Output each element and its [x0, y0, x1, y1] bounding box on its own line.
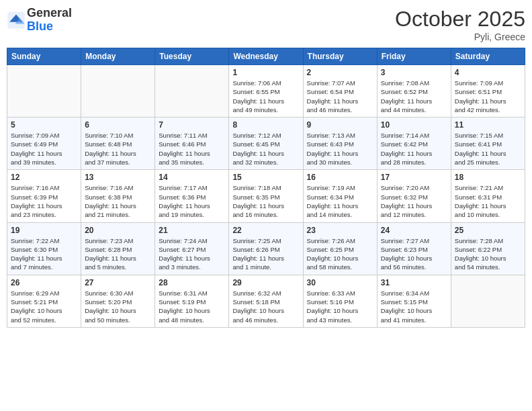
day-info: Sunrise: 6:34 AMSunset: 5:15 PMDaylight:… [381, 289, 447, 324]
day-number: 12 [11, 173, 77, 182]
logo-text: General Blue [27, 7, 72, 34]
day-number: 5 [11, 120, 77, 130]
day-number: 10 [381, 120, 447, 130]
day-info: Sunrise: 7:16 AMSunset: 6:39 PMDaylight:… [11, 183, 77, 219]
day-info: Sunrise: 7:11 AMSunset: 6:46 PMDaylight:… [159, 131, 225, 167]
table-row: 6Sunrise: 7:10 AMSunset: 6:48 PMDaylight… [81, 118, 155, 170]
header: General Blue October 2025 Pyli, Greece [7, 7, 525, 42]
calendar-week-row: 26Sunrise: 6:29 AMSunset: 5:21 PMDayligh… [7, 275, 525, 327]
day-info: Sunrise: 7:14 AMSunset: 6:42 PMDaylight:… [381, 131, 447, 167]
day-number: 6 [85, 120, 151, 130]
table-row: 2Sunrise: 7:07 AMSunset: 6:54 PMDaylight… [303, 65, 377, 118]
day-number: 13 [85, 173, 151, 182]
day-number: 26 [11, 278, 77, 287]
table-row: 25Sunrise: 7:28 AMSunset: 6:22 PMDayligh… [451, 222, 525, 275]
day-info: Sunrise: 7:25 AMSunset: 6:26 PMDaylight:… [232, 236, 299, 272]
day-info: Sunrise: 6:31 AMSunset: 5:19 PMDaylight:… [159, 289, 225, 324]
location: Pyli, Greece [395, 32, 525, 42]
day-info: Sunrise: 7:21 AMSunset: 6:31 PMDaylight:… [455, 183, 521, 219]
table-row: 27Sunrise: 6:30 AMSunset: 5:20 PMDayligh… [81, 275, 155, 327]
calendar-week-row: 19Sunrise: 7:22 AMSunset: 6:30 PMDayligh… [7, 222, 525, 275]
day-info: Sunrise: 6:29 AMSunset: 5:21 PMDaylight:… [11, 289, 77, 324]
day-info: Sunrise: 7:07 AMSunset: 6:54 PMDaylight:… [307, 79, 373, 114]
table-row: 8Sunrise: 7:12 AMSunset: 6:45 PMDaylight… [229, 118, 303, 170]
day-info: Sunrise: 7:23 AMSunset: 6:28 PMDaylight:… [85, 236, 151, 272]
day-number: 9 [307, 120, 373, 130]
day-info: Sunrise: 7:09 AMSunset: 6:51 PMDaylight:… [455, 79, 521, 114]
day-number: 18 [455, 173, 521, 182]
table-row: 12Sunrise: 7:16 AMSunset: 6:39 PMDayligh… [7, 170, 81, 222]
day-info: Sunrise: 7:15 AMSunset: 6:41 PMDaylight:… [455, 131, 521, 167]
day-info: Sunrise: 7:27 AMSunset: 6:23 PMDaylight:… [381, 236, 447, 272]
table-row: 23Sunrise: 7:26 AMSunset: 6:25 PMDayligh… [303, 222, 377, 275]
day-info: Sunrise: 6:32 AMSunset: 5:18 PMDaylight:… [232, 289, 299, 324]
table-row: 22Sunrise: 7:25 AMSunset: 6:26 PMDayligh… [229, 222, 303, 275]
table-row [155, 65, 229, 118]
day-info: Sunrise: 7:08 AMSunset: 6:52 PMDaylight:… [381, 79, 447, 114]
day-info: Sunrise: 7:22 AMSunset: 6:30 PMDaylight:… [11, 236, 77, 272]
day-number: 20 [85, 226, 151, 235]
table-row [7, 65, 81, 118]
day-info: Sunrise: 6:30 AMSunset: 5:20 PMDaylight:… [85, 289, 151, 324]
title-block: October 2025 Pyli, Greece [395, 7, 525, 42]
table-row: 9Sunrise: 7:13 AMSunset: 6:43 PMDaylight… [303, 118, 377, 170]
calendar: Sunday Monday Tuesday Wednesday Thursday… [7, 48, 525, 328]
day-number: 15 [232, 173, 299, 182]
logo-general: General [27, 6, 72, 19]
day-info: Sunrise: 7:19 AMSunset: 6:34 PMDaylight:… [307, 183, 373, 219]
day-number: 29 [232, 278, 299, 287]
table-row: 3Sunrise: 7:08 AMSunset: 6:52 PMDaylight… [377, 65, 451, 118]
day-number: 1 [232, 68, 299, 77]
table-row: 17Sunrise: 7:20 AMSunset: 6:32 PMDayligh… [377, 170, 451, 222]
day-number: 28 [159, 278, 225, 287]
day-number: 25 [455, 226, 521, 235]
col-tuesday: Tuesday [155, 48, 229, 65]
day-number: 23 [307, 226, 373, 235]
col-monday: Monday [81, 48, 155, 65]
table-row: 13Sunrise: 7:16 AMSunset: 6:38 PMDayligh… [81, 170, 155, 222]
table-row: 10Sunrise: 7:14 AMSunset: 6:42 PMDayligh… [377, 118, 451, 170]
calendar-week-row: 5Sunrise: 7:09 AMSunset: 6:49 PMDaylight… [7, 118, 525, 170]
day-info: Sunrise: 7:12 AMSunset: 6:45 PMDaylight:… [232, 131, 299, 167]
day-info: Sunrise: 7:17 AMSunset: 6:36 PMDaylight:… [159, 183, 225, 219]
day-number: 21 [159, 226, 225, 235]
day-number: 14 [159, 173, 225, 182]
day-info: Sunrise: 7:09 AMSunset: 6:49 PMDaylight:… [11, 131, 77, 167]
calendar-week-row: 12Sunrise: 7:16 AMSunset: 6:39 PMDayligh… [7, 170, 525, 222]
day-number: 31 [381, 278, 447, 287]
day-info: Sunrise: 7:10 AMSunset: 6:48 PMDaylight:… [85, 131, 151, 167]
table-row: 30Sunrise: 6:33 AMSunset: 5:16 PMDayligh… [303, 275, 377, 327]
table-row: 24Sunrise: 7:27 AMSunset: 6:23 PMDayligh… [377, 222, 451, 275]
day-info: Sunrise: 7:28 AMSunset: 6:22 PMDaylight:… [455, 236, 521, 272]
col-thursday: Thursday [303, 48, 377, 65]
day-number: 22 [232, 226, 299, 235]
table-row: 28Sunrise: 6:31 AMSunset: 5:19 PMDayligh… [155, 275, 229, 327]
table-row: 29Sunrise: 6:32 AMSunset: 5:18 PMDayligh… [229, 275, 303, 327]
day-info: Sunrise: 7:13 AMSunset: 6:43 PMDaylight:… [307, 131, 373, 167]
day-number: 4 [455, 68, 521, 77]
table-row: 4Sunrise: 7:09 AMSunset: 6:51 PMDaylight… [451, 65, 525, 118]
day-number: 7 [159, 120, 225, 130]
day-number: 8 [232, 120, 299, 130]
day-info: Sunrise: 7:18 AMSunset: 6:35 PMDaylight:… [232, 183, 299, 219]
day-info: Sunrise: 7:06 AMSunset: 6:55 PMDaylight:… [232, 79, 299, 114]
day-info: Sunrise: 7:24 AMSunset: 6:27 PMDaylight:… [159, 236, 225, 272]
table-row: 18Sunrise: 7:21 AMSunset: 6:31 PMDayligh… [451, 170, 525, 222]
day-number: 3 [381, 68, 447, 77]
table-row: 20Sunrise: 7:23 AMSunset: 6:28 PMDayligh… [81, 222, 155, 275]
day-number: 17 [381, 173, 447, 182]
calendar-week-row: 1Sunrise: 7:06 AMSunset: 6:55 PMDaylight… [7, 65, 525, 118]
table-row [81, 65, 155, 118]
table-row: 15Sunrise: 7:18 AMSunset: 6:35 PMDayligh… [229, 170, 303, 222]
day-info: Sunrise: 7:20 AMSunset: 6:32 PMDaylight:… [381, 183, 447, 219]
logo-icon [7, 11, 26, 30]
day-number: 2 [307, 68, 373, 77]
table-row: 11Sunrise: 7:15 AMSunset: 6:41 PMDayligh… [451, 118, 525, 170]
table-row: 1Sunrise: 7:06 AMSunset: 6:55 PMDaylight… [229, 65, 303, 118]
day-number: 19 [11, 226, 77, 235]
calendar-header-row: Sunday Monday Tuesday Wednesday Thursday… [7, 48, 525, 65]
day-number: 16 [307, 173, 373, 182]
table-row: 5Sunrise: 7:09 AMSunset: 6:49 PMDaylight… [7, 118, 81, 170]
day-info: Sunrise: 7:26 AMSunset: 6:25 PMDaylight:… [307, 236, 373, 272]
day-number: 11 [455, 120, 521, 130]
